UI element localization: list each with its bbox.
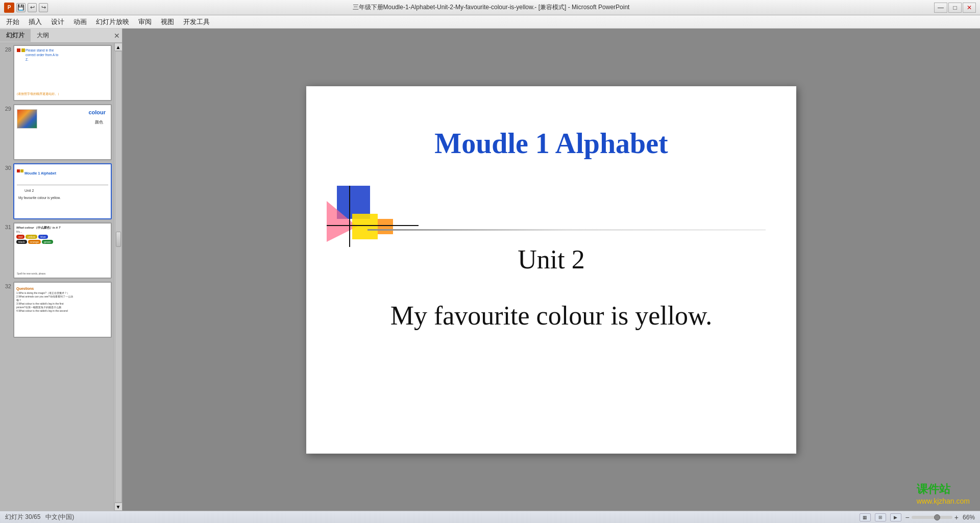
thumb-28-text: Please stand in thecorrect order from A … <box>26 48 58 62</box>
slide-panel: 幻灯片 大纲 ✕ 28 Please stand in thecor <box>0 29 122 511</box>
slide-main-title: Moudle 1 Alphabet <box>337 127 766 160</box>
slide-area: Moudle 1 Alphabet Unit 2 M <box>122 29 980 511</box>
status-right: ▦ ⊞ ▶ − + 66% <box>860 513 975 521</box>
scroll-down-btn[interactable]: ▼ <box>114 503 122 511</box>
panel-close-btn[interactable]: ✕ <box>114 32 122 40</box>
slide-panel-scrollbar[interactable]: ▲ ▼ <box>114 43 122 511</box>
thumb-30-title: Moudle 1 Alphabet <box>24 171 108 175</box>
scroll-up-btn[interactable]: ▲ <box>114 43 122 51</box>
slide-num-32: 32 <box>2 282 11 289</box>
normal-view-btn[interactable]: ▦ <box>860 513 871 521</box>
menu-bar: 开始 插入 设计 动画 幻灯片放映 审阅 视图 开发工具 <box>0 15 980 29</box>
slide-preview-31[interactable]: What colour（什么颜色）is it？ It's... red yell… <box>13 222 112 279</box>
slide-num-31: 31 <box>2 222 11 230</box>
slide-thumb-32[interactable]: 32 Questions 1.Who is doing the magic?（谁… <box>2 282 112 338</box>
svg-rect-2 <box>352 214 378 239</box>
language-indicator: 中文(中国) <box>45 513 74 521</box>
zoom-out-btn[interactable]: − <box>905 513 910 521</box>
minimize-btn[interactable]: — <box>934 3 947 13</box>
undo-btn[interactable]: ↩ <box>28 3 37 12</box>
menu-design[interactable]: 设计 <box>47 16 68 28</box>
slideshow-btn[interactable]: ▶ <box>890 513 901 521</box>
tab-slides[interactable]: 幻灯片 <box>0 29 31 42</box>
app-icon: P <box>4 3 14 13</box>
oval-black: black <box>16 240 27 244</box>
title-bar: P 💾 ↩ ↪ 三年级下册Moudle-1-Alphabet-Unit-2-My… <box>0 0 980 15</box>
scroll-track[interactable] <box>115 51 122 503</box>
slide-sorter-btn[interactable]: ⊞ <box>875 513 886 521</box>
thumb-32-questions: 1.Who is doing the magic?（谁正在变魔术？） 2.Wha… <box>16 291 109 313</box>
slide-list[interactable]: 28 Please stand in thecorrect order from… <box>0 43 114 511</box>
slide-preview-30[interactable]: Moudle 1 Alphabet Unit 2 My favourite co… <box>13 163 112 219</box>
oval-red: red <box>16 235 24 239</box>
slide-thumb-28[interactable]: 28 Please stand in thecorrect order from… <box>2 45 112 101</box>
slide-unit: Unit 2 <box>337 244 766 275</box>
status-left: 幻灯片 30/65 中文(中国) <box>5 513 74 521</box>
thumb-29-cn: 颜色 <box>95 119 103 125</box>
window-title: 三年级下册Moudle-1-Alphabet-Unit-2-My-favouri… <box>353 3 630 12</box>
menu-animation[interactable]: 动画 <box>69 16 91 28</box>
slide-panel-tabs: 幻灯片 大纲 ✕ <box>0 29 122 43</box>
slide-preview-32[interactable]: Questions 1.Who is doing the magic?（谁正在变… <box>13 282 112 338</box>
thumb-31-ovals: red yellow blue <box>16 235 109 239</box>
thumb-30-unit: Unit 2 <box>24 189 34 192</box>
status-bar: 幻灯片 30/65 中文(中国) ▦ ⊞ ▶ − + 66% <box>0 511 980 523</box>
slide-thumb-31[interactable]: 31 What colour（什么颜色）is it？ It's... red y… <box>2 222 112 279</box>
main-area: 幻灯片 大纲 ✕ 28 Please stand in thecor <box>0 29 980 511</box>
svg-rect-3 <box>378 219 393 234</box>
slide-preview-28[interactable]: Please stand in thecorrect order from A … <box>13 45 112 101</box>
thumb-32-title: Questions <box>16 287 109 290</box>
redo-btn[interactable]: ↪ <box>39 3 48 12</box>
oval-green: green <box>42 240 53 244</box>
slide-preview-29[interactable]: colour 颜色 <box>13 104 112 160</box>
menu-slideshow[interactable]: 幻灯片放映 <box>92 16 133 28</box>
close-btn[interactable]: ✕ <box>963 3 976 13</box>
zoom-level: 66% <box>963 514 975 521</box>
menu-insert[interactable]: 插入 <box>24 16 46 28</box>
zoom-thumb[interactable] <box>934 514 940 520</box>
slide-subtitle: My favourite colour is yellow. <box>337 301 766 331</box>
watermark: 课件站 www.kjzhan.com <box>917 482 970 505</box>
thumb-31-its: It's... <box>16 230 109 233</box>
maximize-btn[interactable]: □ <box>948 3 962 13</box>
zoom-slider[interactable] <box>912 516 952 519</box>
quick-save-btn[interactable]: 💾 <box>16 3 26 12</box>
slide-num-29: 29 <box>2 104 11 112</box>
current-slide[interactable]: Moudle 1 Alphabet Unit 2 M <box>306 86 796 454</box>
menu-review[interactable]: 审阅 <box>134 16 156 28</box>
slide-thumb-30[interactable]: 30 Moudle 1 Alphabet Unit 2 My favourite… <box>2 163 112 219</box>
menu-developer[interactable]: 开发工具 <box>179 16 214 28</box>
thumb-28-sub: (请按照字母的顺序退退站好。） <box>17 92 61 96</box>
watermark-line2: www.kjzhan.com <box>917 497 970 505</box>
decorative-shapes <box>327 186 419 247</box>
watermark-line1: 课件站 <box>917 482 970 497</box>
slide-thumb-29[interactable]: 29 colour 颜色 <box>2 104 112 160</box>
thumb-31-footer: Spell the new words, please. <box>17 272 46 275</box>
menu-start[interactable]: 开始 <box>2 16 23 28</box>
oval-orange: orange <box>28 240 41 244</box>
thumb-30-line <box>17 185 108 185</box>
zoom-bar: − + 66% <box>905 513 975 521</box>
menu-view[interactable]: 视图 <box>157 16 178 28</box>
title-bar-left: P 💾 ↩ ↪ <box>4 3 48 13</box>
thumb-30-fav: My favourite colour is yellow. <box>18 196 61 200</box>
slide-divider <box>368 229 766 231</box>
oval-yellow: yellow <box>26 235 37 239</box>
slide-num-28: 28 <box>2 45 11 53</box>
thumb-29-word: colour <box>88 109 106 115</box>
window-controls[interactable]: — □ ✕ <box>934 3 976 13</box>
slide-count: 幻灯片 30/65 <box>5 513 40 521</box>
slide-num-30: 30 <box>2 163 11 171</box>
tab-outline[interactable]: 大纲 <box>31 29 55 42</box>
zoom-in-btn[interactable]: + <box>954 513 959 521</box>
scroll-thumb[interactable] <box>116 232 121 247</box>
thumb-29-image <box>17 109 37 129</box>
oval-blue: blue <box>38 235 47 239</box>
thumb-31-title: What colour（什么颜色）is it？ <box>16 226 109 230</box>
